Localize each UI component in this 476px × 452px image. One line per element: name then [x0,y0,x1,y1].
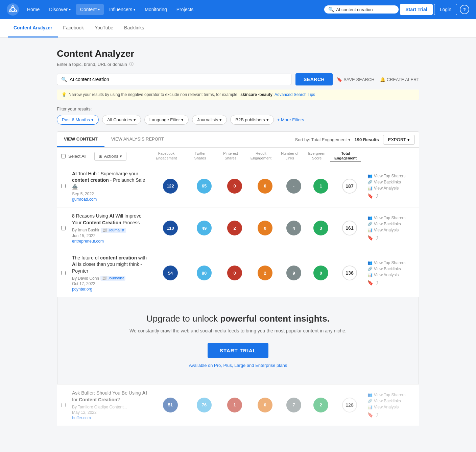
share-icon[interactable]: ⤴ [376,412,378,418]
row-checkbox-2[interactable] [57,226,69,230]
metric-te-4: 128 [334,398,365,412]
share-icon[interactable]: ⤴ [376,193,378,199]
actions-button[interactable]: ⊞ EXPORT Actions ▾ [94,152,126,161]
col-header-re: RedditEngagement [246,151,276,161]
results-count: 190 Results [355,137,379,142]
view-backlinks-link-2[interactable]: 🔗 View Backlinks [367,222,416,226]
nav-discover[interactable]: Discover ▾ [45,4,74,15]
share-icon[interactable]: ⤴ [376,280,378,285]
save-search-link[interactable]: 🔖 SAVE SEARCH [337,77,375,82]
logo[interactable] [7,3,19,16]
more-filters-button[interactable]: + More Filters [277,117,304,122]
filter-past-months[interactable]: Past 6 Months ▾ [57,115,99,125]
metric-pi-3: 0 [219,266,250,280]
view-analysis-link-3[interactable]: 📊 View Analysis [367,273,416,277]
row-domain-2[interactable]: entrepreneur.com [72,239,149,244]
bookmark-icon[interactable]: 🔖 [367,412,373,418]
row-domain-1[interactable]: gumroad.com [72,197,149,202]
col-header-pi: PinterestShares [215,151,246,161]
metric-nl-2: 4 [280,221,307,235]
tab-facebook[interactable]: Facebook [58,19,89,37]
view-backlinks-link-1[interactable]: 🔗 View Backlinks [367,180,416,184]
info-icon[interactable]: ⓘ [129,61,134,67]
nav-content[interactable]: Content ▾ [76,4,104,15]
nav-influencers[interactable]: Influencers ▾ [105,4,139,15]
link-icon: 🔗 [367,180,373,184]
results-header: VIEW CONTENT VIEW ANALYSIS REPORT Sort b… [57,131,419,148]
search-button[interactable]: SEARCH [295,73,333,85]
table-row: The future of content creation with AI i… [57,249,419,298]
metric-tw-2: 49 [189,221,219,235]
row-checkbox-3[interactable] [57,271,69,275]
nav-search-box: 🔍 [324,5,399,14]
metric-re-4: 0 [250,398,280,412]
sharers-icon: 👥 [367,260,373,265]
view-tabs: VIEW CONTENT VIEW ANALYSIS REPORT [57,132,171,147]
sort-label[interactable]: Sort by: Total Engagement ▾ [295,137,351,142]
chevron-down-icon: ▾ [91,117,94,122]
tab-content-analyzer[interactable]: Content Analyzer [8,19,58,37]
view-analysis-link-4[interactable]: 📊 View Analysis [367,405,416,409]
navbar: Home Discover ▾ Content ▾ Influencers ▾ … [0,0,476,19]
metric-pi-2: 2 [219,221,250,235]
row-checkbox-4[interactable] [57,403,69,407]
bookmark-icon[interactable]: 🔖 [367,235,373,241]
help-icon[interactable]: ? [460,5,469,14]
col-header-nl: Number ofLinks [276,151,303,161]
upgrade-title: Upgrade to unlock powerful content insig… [66,313,410,324]
view-top-sharers-link-4[interactable]: 👥 View Top Sharers [367,393,416,397]
table-row: AI Tool Hub : Supercharge your content c… [57,165,419,208]
export-button[interactable]: EXPORT ▾ [383,135,415,145]
filter-countries[interactable]: All Countries ▾ [102,115,141,125]
nav-home[interactable]: Home [23,4,44,15]
row-icon-row-2: 🔖 ⤴ [367,235,416,241]
nav-projects[interactable]: Projects [172,4,198,15]
metric-nl-1: - [280,179,307,194]
metric-ev-1: 1 [307,179,334,194]
view-top-sharers-link-1[interactable]: 👥 View Top Sharers [367,174,416,178]
chevron-down-icon: ▾ [120,154,122,159]
filter-language[interactable]: Language Filter ▾ [144,115,189,125]
start-trial-button[interactable]: Start Trial [400,4,433,15]
row-checkbox-1[interactable] [57,184,69,188]
col-header-actions [361,151,415,161]
nav-search-input[interactable] [336,7,395,12]
tab-backlinks[interactable]: Backlinks [119,19,149,37]
view-backlinks-link-3[interactable]: 🔗 View Backlinks [367,267,416,271]
share-icon[interactable]: ⤴ [376,235,378,241]
tab-view-content[interactable]: VIEW CONTENT [57,132,104,147]
metric-ev-2: 3 [307,221,334,235]
view-backlinks-link-4[interactable]: 🔗 View Backlinks [367,399,416,403]
filter-row: Past 6 Months ▾ All Countries ▾ Language… [57,115,419,125]
col-header-ev: EvergreenScore [303,151,330,161]
filter-journalists[interactable]: Journalists ▾ [192,115,227,125]
advanced-search-tips-link[interactable]: Advanced Search Tips [275,92,315,97]
row-domain-3[interactable]: poynter.org [72,287,149,292]
tab-view-analysis[interactable]: VIEW ANALYSIS REPORT [104,132,171,147]
metric-fb-3: 54 [152,266,189,280]
row-title-1: AI Tool Hub : Supercharge your content c… [69,171,152,202]
tab-youtube[interactable]: YouTube [89,19,119,37]
filter-b2b[interactable]: B2B publishers ▾ [230,115,273,125]
metric-nl-4: 7 [280,398,307,412]
journalist-badge-3: 📰 Journalist [100,276,125,281]
login-button[interactable]: Login [434,4,457,15]
nav-monitoring[interactable]: Monitoring [141,4,171,15]
start-trial-big-button[interactable]: START TRIAL [208,343,268,358]
upgrade-banner: Upgrade to unlock powerful content insig… [57,297,419,384]
tip-row: 💡 Narrow your results by using the negat… [57,90,419,100]
metric-te-3: 136 [334,266,365,280]
create-alert-link[interactable]: 🔔 CREATE ALERT [380,77,419,82]
bookmark-icon[interactable]: 🔖 [367,280,373,285]
filter-label: Filter your results: [57,106,419,111]
upgrade-plans-link[interactable]: Available on Pro, Plus, Large and Enterp… [66,363,410,368]
row-domain-4[interactable]: buffer.com [72,416,149,420]
select-all-row: Select All ⊞ EXPORT Actions ▾ FacebookEn… [57,148,419,165]
bookmark-icon[interactable]: 🔖 [367,193,373,199]
view-top-sharers-link-2[interactable]: 👥 View Top Sharers [367,216,416,220]
search-input[interactable] [70,77,287,82]
view-analysis-link-1[interactable]: 📊 View Analysis [367,186,416,191]
view-analysis-link-2[interactable]: 📊 View Analysis [367,228,416,232]
view-top-sharers-link-3[interactable]: 👥 View Top Sharers [367,260,416,265]
select-all-checkbox[interactable] [61,154,66,158]
